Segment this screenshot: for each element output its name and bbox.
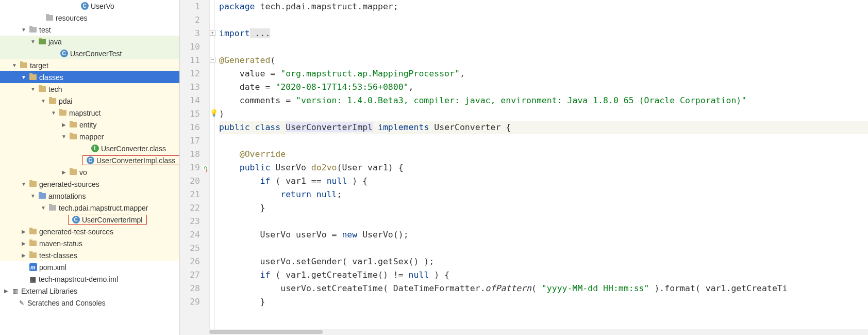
line-number: 28 [180,282,209,295]
tree-item-scratches[interactable]: ✎Scratches and Consoles [0,297,179,309]
tree-item-test-classes[interactable]: ▶test-classes [0,249,179,261]
maven-icon: m [29,263,37,272]
line-number: 17 [180,134,209,148]
chevron-down-icon[interactable]: ▼ [30,193,36,199]
chevron-down-icon[interactable]: ▼ [40,205,46,211]
folder-icon [69,168,77,177]
tree-item-classes[interactable]: ▼classes [0,71,179,83]
chevron-down-icon[interactable]: ▼ [30,39,36,44]
line-number: 13 [180,81,209,94]
tree-item-userconverter-class[interactable]: IUserConverter.class [0,142,179,154]
chevron-down-icon[interactable]: ▼ [21,181,27,187]
code-line: @Generated( [219,54,868,67]
code-line: } [219,295,868,309]
line-number: 15 [180,107,209,121]
line-number: 1 [180,0,209,13]
tree-item-iml[interactable]: ▦tech-mapstrcut-demo.iml [0,273,179,285]
code-line: comments = "version: 1.4.0.Beta3, compil… [219,94,868,107]
tree-item-generated-test-sources[interactable]: ▶generated-test-sources [0,226,179,237]
tree-item-vo[interactable]: ▶vo [0,166,179,178]
chevron-right-icon[interactable]: ▶ [21,229,27,234]
code-area[interactable]: package tech.pdai.mapstruct.mapper; impo… [215,0,868,335]
tree-item-resources[interactable]: resources [0,12,179,24]
folder-icon [29,240,37,248]
chevron-down-icon[interactable]: ▼ [30,86,36,92]
tree-item-tech-pkg[interactable]: ▼tech.pdai.mapstruct.mapper [0,202,179,214]
chevron-down-icon[interactable]: ▼ [40,98,46,104]
folder-icon [38,192,46,200]
folder-icon [48,97,57,105]
tree-item-mapstruct[interactable]: ▼mapstruct [0,107,179,119]
tree-item-maven-status[interactable]: ▶maven-status [0,237,179,249]
code-line: public UserVo do2vo(User var1) { [219,161,868,174]
class-icon: C [72,216,80,224]
fold-toggle[interactable]: – [210,57,215,62]
code-line: userVo.setGender( var1.getSex() ); [219,255,868,268]
fold-gutter[interactable]: + – 💡 [210,0,215,335]
folder-icon [20,61,28,70]
intention-bulb-icon[interactable]: 💡 [210,109,218,117]
tree-item-pdai[interactable]: ▼pdai [0,95,179,107]
line-number: 3 [180,27,209,40]
horizontal-scrollbar[interactable] [209,329,868,335]
chevron-right-icon[interactable]: ▶ [3,288,9,294]
folder-icon [59,109,67,117]
code-line: package tech.pdai.mapstruct.mapper; [219,0,868,13]
code-line: UserVo userVo = new UserVo(); [219,228,868,242]
line-number: 24 [180,228,209,242]
folder-icon [29,26,37,34]
chevron-right-icon[interactable]: ▶ [21,252,27,258]
tree-item-pom[interactable]: mpom.xml [0,261,179,273]
scratches-icon: ✎ [18,299,25,307]
chevron-down-icon[interactable]: ▼ [11,62,18,68]
chevron-down-icon[interactable]: ▼ [21,74,27,80]
line-number: 23 [180,215,209,228]
tree-item-userconvertest[interactable]: CUserConverTest [0,47,179,59]
code-line: date = "2020-08-17T14:53:56+0800", [219,81,868,94]
folder-icon [29,228,37,236]
tree-item-userconverterimpl[interactable]: CUserConverterImpl [0,214,179,226]
tree-item-test[interactable]: ▼test [0,24,179,36]
chevron-down-icon[interactable]: ▼ [21,27,27,33]
code-line [219,13,868,27]
code-line: if ( var1 == null ) { [219,174,868,188]
fold-toggle[interactable]: + [210,30,215,36]
folder-icon [29,180,37,188]
tree-item-target[interactable]: ▼target [0,59,179,71]
line-number: 10 [180,40,209,54]
code-line: public class UserConverterImpl implement… [219,121,868,134]
line-number: 27 [180,268,209,282]
scrollbar-thumb[interactable] [209,330,323,334]
code-line [219,215,868,228]
chevron-down-icon[interactable]: ▼ [51,110,57,116]
tree-item-external-libraries[interactable]: ▶▥External Libraries [0,285,179,297]
line-number: 2 [180,13,209,27]
chevron-down-icon[interactable]: ▼ [61,134,67,139]
code-line: @Override [219,148,868,161]
folder-icon [45,14,54,22]
code-line [219,134,868,148]
line-number: 12 [180,67,209,81]
class-icon: C [80,2,89,10]
line-number: 14 [180,94,209,107]
tree-item-uservo[interactable]: CUserVo [0,0,179,12]
folder-icon [69,133,77,141]
tree-item-tech[interactable]: ▼tech [0,83,179,95]
code-line: } [219,201,868,215]
tree-item-userconverterimpl-class[interactable]: CUserConverterImpl.class [0,154,179,166]
tree-item-annotations[interactable]: ▼annotations [0,190,179,202]
folder-icon [69,121,77,129]
code-line: ) [219,107,868,121]
tree-item-mapper[interactable]: ▼mapper [0,131,179,142]
chevron-right-icon[interactable]: ▶ [21,241,27,246]
tree-item-entity[interactable]: ▶entity [0,119,179,131]
tree-item-java[interactable]: ▼java [0,36,179,47]
line-number: 25 [180,242,209,255]
chevron-right-icon[interactable]: ▶ [61,169,67,175]
project-tree[interactable]: CUserVo resources ▼test ▼java CUserConve… [0,0,180,335]
tree-item-generated-sources[interactable]: ▼generated-sources [0,178,179,190]
code-editor[interactable]: 1 2 3 10 11 12 13 14 15 16 17 18 19o↑ 20… [180,0,868,335]
line-number: 20 [180,174,209,188]
chevron-right-icon[interactable]: ▶ [61,122,67,127]
class-icon: C [86,156,94,165]
